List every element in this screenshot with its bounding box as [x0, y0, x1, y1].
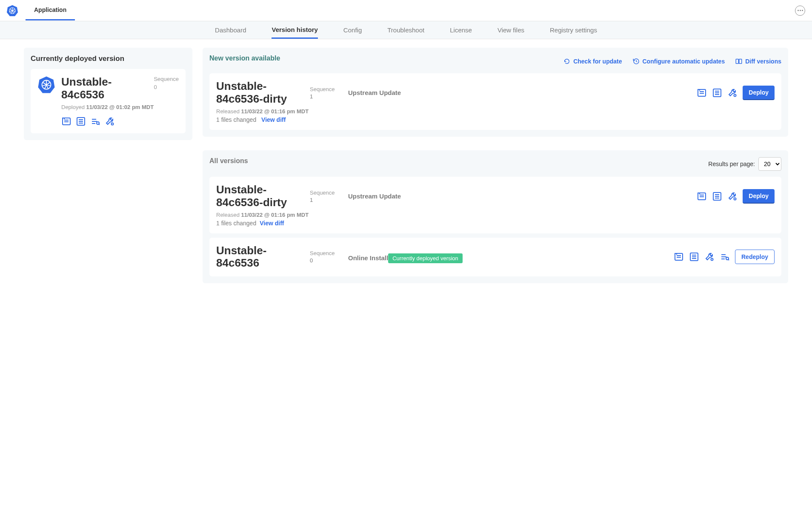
version-seq-label: Sequence	[310, 250, 340, 256]
release-notes-icon[interactable]	[697, 191, 707, 201]
deployed-version-name: Unstable-84c6536	[61, 76, 149, 101]
preflight-icon[interactable]	[90, 116, 100, 126]
version-seq-value: 0	[310, 257, 340, 264]
deployed-panel-title: Currently deployed version	[31, 55, 186, 63]
more-menu-icon[interactable]	[795, 6, 805, 16]
support-bundle-icon[interactable]	[727, 88, 738, 98]
deployed-badge: Currently deployed version	[388, 253, 463, 263]
new-version-status: Upstream Update	[348, 89, 688, 96]
redeploy-button[interactable]: Redeploy	[735, 250, 775, 264]
config-icon[interactable]	[712, 191, 722, 201]
subnav-version-history[interactable]: Version history	[272, 21, 317, 39]
rpp-label: Results per page:	[708, 161, 755, 167]
view-diff-link[interactable]: View diff	[260, 220, 284, 227]
new-version-released: Released 11/03/22 @ 01:16 pm MDT	[216, 108, 775, 115]
version-card: Unstable-84c6536-dirtySequence1Upstream …	[209, 177, 781, 233]
deployed-panel: Currently deployed version Unstable-84c6…	[24, 48, 192, 140]
version-status: Upstream Update	[348, 193, 688, 200]
support-bundle-icon[interactable]	[727, 191, 738, 201]
release-notes-icon[interactable]	[61, 116, 71, 126]
version-card: Unstable-84c6536Sequence0Online InstallC…	[209, 238, 781, 277]
deployed-seq-label: Sequence	[154, 76, 179, 82]
clock-refresh-icon	[632, 57, 640, 65]
preflight-icon[interactable]	[720, 252, 730, 262]
refresh-icon	[563, 57, 571, 65]
all-versions-panel: All versions Results per page: 20 Unstab…	[203, 150, 788, 284]
new-version-seq-value: 1	[310, 93, 340, 100]
new-version-card: Unstable-84c6536-dirty Sequence 1 Upstre…	[209, 73, 781, 130]
subnav-registry-settings[interactable]: Registry settings	[550, 21, 597, 39]
version-name: Unstable-84c6536-dirty	[216, 184, 301, 209]
deployed-seq-value: 0	[154, 84, 179, 90]
release-notes-icon[interactable]	[697, 88, 707, 98]
k8s-icon	[37, 76, 55, 94]
deploy-button[interactable]: Deploy	[743, 189, 775, 204]
check-update-link[interactable]: Check for update	[563, 57, 622, 65]
diff-versions-link[interactable]: Diff versions	[735, 57, 781, 65]
version-diff-line: 1 files changedView diff	[216, 220, 775, 227]
subnav-license[interactable]: License	[450, 21, 472, 39]
version-status: Online InstallCurrently deployed version	[348, 251, 665, 263]
new-version-name: Unstable-84c6536-dirty	[216, 80, 301, 106]
config-icon[interactable]	[689, 252, 699, 262]
deployed-card: Unstable-84c6536 Sequence 0 Deployed 11/…	[31, 69, 186, 133]
all-versions-title: All versions	[209, 157, 248, 165]
version-name: Unstable-84c6536	[216, 244, 301, 270]
configure-auto-updates-link[interactable]: Configure automatic updates	[632, 57, 725, 65]
new-version-diff-line: 1 files changed View diff	[216, 116, 775, 123]
tab-application[interactable]: Application	[26, 0, 75, 20]
app-logo-icon	[7, 5, 18, 16]
support-bundle-icon[interactable]	[105, 116, 115, 126]
subnav-dashboard[interactable]: Dashboard	[215, 21, 246, 39]
view-diff-link[interactable]: View diff	[261, 116, 286, 123]
top-bar: Application	[0, 0, 812, 21]
sub-nav: DashboardVersion historyConfigTroublesho…	[0, 21, 812, 39]
deployed-timestamp: Deployed 11/03/22 @ 01:02 pm MDT	[61, 104, 179, 110]
new-version-title: New version available	[209, 55, 280, 62]
version-seq-value: 1	[310, 197, 340, 203]
version-seq-label: Sequence	[310, 190, 340, 196]
support-bundle-icon[interactable]	[704, 252, 715, 262]
config-icon[interactable]	[76, 116, 86, 126]
release-notes-icon[interactable]	[674, 252, 684, 262]
diff-icon	[735, 57, 743, 65]
deploy-button[interactable]: Deploy	[743, 86, 775, 100]
version-released: Released 11/03/22 @ 01:16 pm MDT	[216, 212, 775, 218]
config-icon[interactable]	[712, 88, 722, 98]
new-version-panel: New version available Check for update C…	[203, 48, 788, 137]
rpp-select[interactable]: 20	[758, 157, 781, 171]
subnav-troubleshoot[interactable]: Troubleshoot	[387, 21, 424, 39]
new-version-seq-label: Sequence	[310, 86, 340, 92]
subnav-view-files[interactable]: View files	[497, 21, 524, 39]
subnav-config[interactable]: Config	[343, 21, 362, 39]
